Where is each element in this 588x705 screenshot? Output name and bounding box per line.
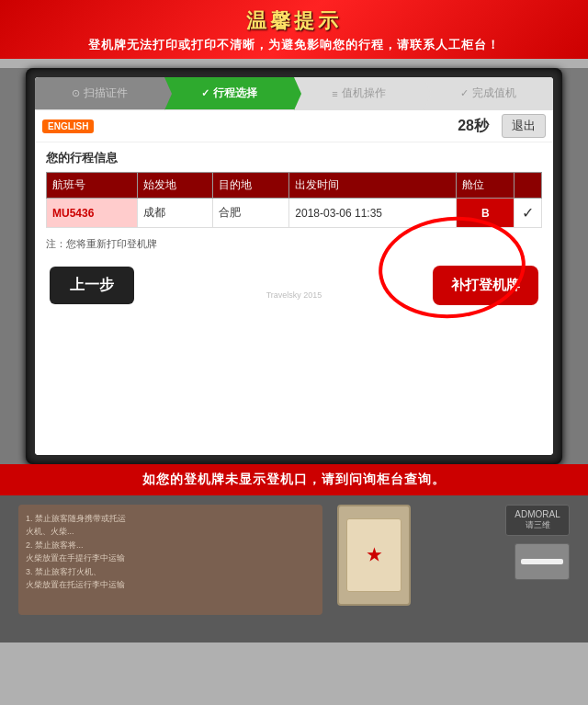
step-arrow-1 [164,77,172,110]
step-checkin: ≡ 值机操作 [294,77,424,109]
screen-content: 您的行程信息 航班号 始发地 目的地 出发时间 舱位 [35,142,553,455]
watermark: Travelsky 2015 [266,290,322,300]
top-banner: 温馨提示 登机牌无法打印或打印不清晰，为避免影响您的行程，请联系人工柜台！ [0,0,588,59]
lang-button[interactable]: ENGLISH [42,119,94,133]
col-to: 目的地 [213,173,289,199]
step-itinerary-label: 行程选择 [213,85,257,101]
screen-content-wrap: 您的行程信息 航班号 始发地 目的地 出发时间 舱位 [46,150,542,305]
complete-icon: ✓ [460,87,469,99]
step-complete: ✓ 完成值机 [424,77,553,109]
cell-check: ✓ [514,199,542,228]
screen: ⊙ 扫描证件 ✓ 行程选择 ≡ 值机操作 ✓ 完成值机 [35,77,553,455]
step-complete-label: 完成值机 [472,85,516,101]
notice-text: 1. 禁止旅客随身携带或托运 火机、火柴... 2. 禁止旅客将... 火柴放置… [26,512,315,591]
step-arrow-3 [424,77,431,110]
reprint-button[interactable]: 补打登机牌 [433,266,538,305]
step-scan: ⊙ 扫描证件 [35,77,164,109]
paper-slot-inner [521,559,563,564]
step-checkin-label: 值机操作 [342,85,386,101]
col-check [514,173,542,199]
back-button[interactable]: 上一步 [50,267,134,304]
id-card-inner: ★ [346,518,401,592]
machine-lower: 1. 禁止旅客随身携带或托运 火机、火柴... 2. 禁止旅客将... 火柴放置… [0,495,588,642]
top-banner-text: 登机牌无法打印或打印不清晰，为避免影响您的行程，请联系人工柜台！ [0,37,588,53]
id-card-logo: ★ [367,545,381,565]
timer-number: 28秒 [458,117,489,136]
paper-slot [514,543,570,580]
col-flight: 航班号 [47,173,138,199]
cell-to: 合肥 [213,199,289,228]
machine-body: ⊙ 扫描证件 ✓ 行程选择 ≡ 值机操作 ✓ 完成值机 [0,68,588,642]
top-banner-title: 温馨提示 [0,7,588,35]
progress-bar: ⊙ 扫描证件 ✓ 行程选择 ≡ 值机操作 ✓ 完成值机 [35,77,553,110]
flight-table: 航班号 始发地 目的地 出发时间 舱位 MU5436 成都 [46,172,542,228]
section-title: 您的行程信息 [46,150,542,166]
step-arrow-2 [294,77,301,110]
cell-from: 成都 [137,199,213,228]
cell-flight: MU5436 [47,199,138,228]
itinerary-icon: ✓ [201,87,209,99]
checkin-icon: ≡ [332,88,337,99]
cell-time: 2018-03-06 11:35 [289,199,457,228]
scan-icon: ⊙ [72,87,80,99]
col-seat: 舱位 [457,173,514,199]
bottom-banner: 如您的登机牌未显示登机口，请到问询柜台查询。 [0,464,588,495]
step-itinerary: ✓ 行程选择 [164,77,294,109]
screen-topbar: ENGLISH 28秒 退出 [35,110,553,142]
timer-area: 28秒 退出 [458,114,546,138]
col-time: 出发时间 [289,173,457,199]
screen-bezel: ⊙ 扫描证件 ✓ 行程选择 ≡ 值机操作 ✓ 完成值机 [26,68,562,464]
notice-card: 1. 禁止旅客随身携带或托运 火机、火柴... 2. 禁止旅客将... 火柴放置… [18,505,322,615]
col-from: 始发地 [137,173,213,199]
note-text: 注：您将重新打印登机牌 [46,237,542,251]
id-card-slot: ★ [337,505,411,606]
brand-label: ADMORAL请三维 [505,505,570,536]
exit-button[interactable]: 退出 [502,114,546,138]
table-row: MU5436 成都 合肥 2018-03-06 11:35 B ✓ [47,199,542,228]
cell-seat: B [457,199,514,228]
machine-right: ADMORAL请三维 [425,505,570,580]
step-scan-label: 扫描证件 [84,85,128,101]
